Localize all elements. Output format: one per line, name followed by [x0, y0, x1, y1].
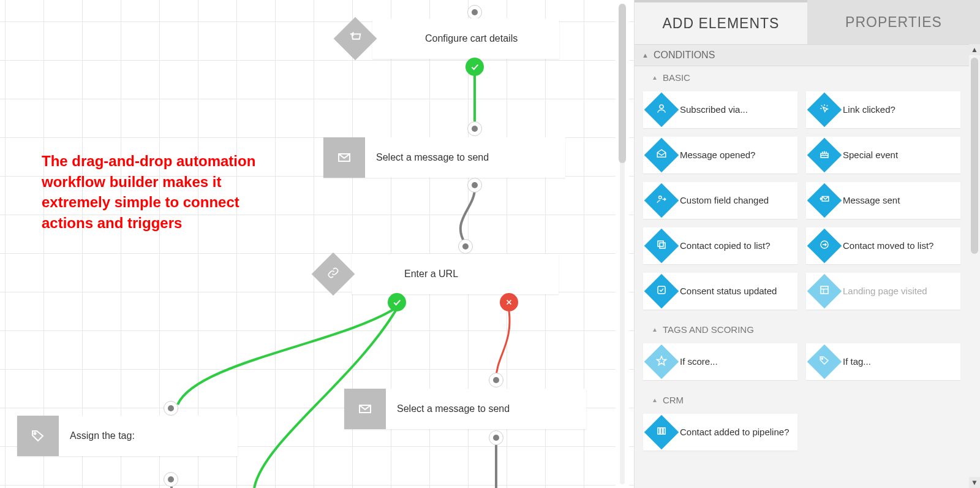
svg-marker-16	[657, 356, 666, 365]
node-label: Configure cart details	[414, 33, 529, 44]
condition-if-score[interactable]: If score...	[643, 343, 797, 380]
node-port[interactable]	[467, 178, 482, 193]
condition-message-sent[interactable]: Message sent	[806, 182, 960, 219]
person-icon	[644, 93, 679, 128]
tab-properties[interactable]: PROPERTIES	[807, 0, 980, 44]
star-icon	[644, 345, 679, 379]
condition-link-clicked[interactable]: Link clicked?	[806, 91, 960, 128]
link-icon	[327, 267, 339, 281]
tile-label: Consent status updated	[680, 286, 783, 297]
envelope-icon	[323, 137, 365, 178]
condition-contact-moved[interactable]: Contact moved to list?	[806, 227, 960, 264]
diamond-icon-wrap	[334, 18, 376, 59]
svg-rect-13	[821, 286, 828, 294]
svg-rect-12	[658, 286, 665, 294]
node-select-message-2[interactable]: Select a message to send	[344, 389, 586, 429]
node-label: Select a message to send	[365, 152, 500, 163]
node-assign-tag[interactable]: Assign the tag:	[17, 416, 238, 456]
tile-label: Landing page visited	[843, 286, 933, 297]
node-configure-cart[interactable]: Configure cart details	[372, 18, 559, 59]
cart-icon	[349, 31, 362, 47]
node-port[interactable]	[458, 239, 473, 254]
node-label: Enter a URL	[393, 269, 469, 280]
tag-icon	[807, 345, 842, 379]
svg-rect-10	[658, 241, 663, 246]
panel-scrollbar[interactable]: ▲ ▼	[969, 44, 980, 488]
node-port[interactable]	[467, 121, 482, 136]
subsection-basic[interactable]: ▲ BASIC	[635, 66, 969, 85]
tag-icon	[17, 416, 59, 456]
condition-special-event[interactable]: Special event	[806, 137, 960, 173]
diamond-icon-wrap	[312, 253, 354, 295]
tile-label: Contact added to pipeline?	[680, 427, 795, 438]
node-port[interactable]	[489, 373, 503, 387]
panel-tabs: ADD ELEMENTS PROPERTIES	[635, 0, 980, 44]
node-select-message-1[interactable]: Select a message to send	[323, 137, 565, 178]
svg-point-4	[34, 433, 36, 435]
subsection-tags-scoring[interactable]: ▲ TAGS AND SCORING	[635, 318, 969, 337]
svg-point-7	[659, 196, 662, 199]
tile-label: Contact copied to list?	[680, 240, 777, 252]
node-enter-url[interactable]: Enter a URL	[352, 254, 559, 294]
svg-point-17	[821, 358, 823, 359]
node-port[interactable]	[467, 5, 482, 20]
connector-success-badge[interactable]	[466, 58, 484, 76]
connector-fail-badge[interactable]	[500, 293, 518, 311]
svg-rect-18	[658, 428, 660, 435]
condition-custom-field-changed[interactable]: Custom field changed	[643, 182, 797, 219]
chevron-up-icon: ▲	[652, 326, 658, 333]
subsection-crm[interactable]: ▲ CRM	[635, 389, 969, 408]
check-square-icon	[644, 274, 679, 309]
tile-label: Subscribed via...	[680, 104, 754, 116]
chevron-up-icon: ▲	[642, 51, 649, 59]
tile-label: If tag...	[843, 356, 877, 368]
chevron-up-icon: ▲	[652, 397, 658, 403]
overlay-annotation: The drag-and-drop automation workflow bu…	[42, 151, 274, 233]
scroll-down-icon[interactable]: ▼	[969, 477, 980, 488]
tab-add-elements[interactable]: ADD ELEMENTS	[635, 0, 807, 44]
svg-point-5	[660, 105, 663, 109]
tile-label: If score...	[680, 356, 724, 368]
condition-contact-copied[interactable]: Contact copied to list?	[643, 227, 797, 264]
node-label: Assign the tag:	[59, 430, 146, 441]
copy-icon	[644, 229, 679, 264]
tile-label: Link clicked?	[843, 104, 902, 116]
tile-label: Message opened?	[680, 150, 761, 161]
condition-landing-page[interactable]: Landing page visited	[806, 273, 960, 310]
section-conditions[interactable]: ▲ CONDITIONS	[635, 44, 969, 66]
move-icon	[807, 229, 842, 264]
condition-message-opened[interactable]: Message opened?	[643, 137, 797, 173]
tile-label: Special event	[843, 150, 904, 161]
cart-diamond-icon	[372, 18, 414, 59]
layout-icon	[807, 274, 842, 309]
envelope-arrow-icon	[807, 183, 842, 218]
envelope-icon	[344, 389, 386, 429]
person-arrow-icon	[644, 183, 679, 218]
connector-success-badge[interactable]	[388, 293, 406, 311]
svg-rect-9	[660, 243, 665, 248]
node-label: Select a message to send	[386, 403, 521, 414]
scroll-up-icon[interactable]: ▲	[969, 44, 980, 55]
envelope-open-icon	[644, 138, 679, 173]
tile-label: Custom field changed	[680, 195, 775, 207]
svg-rect-19	[661, 428, 663, 435]
condition-subscribed-via[interactable]: Subscribed via...	[643, 91, 797, 128]
canvas-scrollbar[interactable]	[616, 0, 629, 488]
node-port[interactable]	[164, 472, 178, 487]
condition-contact-pipeline[interactable]: Contact added to pipeline?	[643, 414, 797, 451]
svg-rect-20	[663, 428, 665, 435]
click-icon	[807, 93, 842, 128]
tile-label: Contact moved to list?	[843, 240, 940, 252]
side-panel: ADD ELEMENTS PROPERTIES ▲ CONDITIONS ▲ B…	[634, 0, 980, 488]
node-port[interactable]	[489, 430, 503, 445]
workflow-canvas[interactable]: Configure cart details Select a message …	[0, 0, 634, 488]
tile-label: Message sent	[843, 195, 906, 207]
cake-icon	[807, 138, 842, 173]
chevron-up-icon: ▲	[652, 74, 658, 81]
condition-consent-updated[interactable]: Consent status updated	[643, 273, 797, 310]
condition-if-tag[interactable]: If tag...	[806, 343, 960, 380]
node-port[interactable]	[164, 401, 178, 416]
pipeline-icon	[644, 415, 679, 450]
